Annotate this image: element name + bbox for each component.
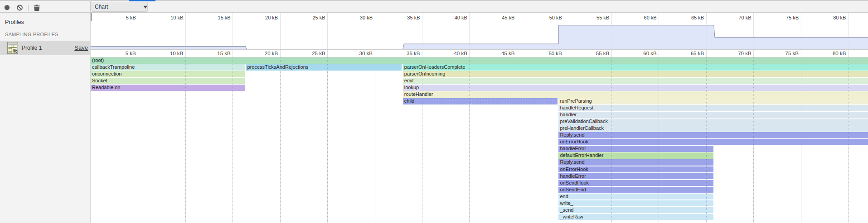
svg-text:%: %: [13, 47, 18, 54]
